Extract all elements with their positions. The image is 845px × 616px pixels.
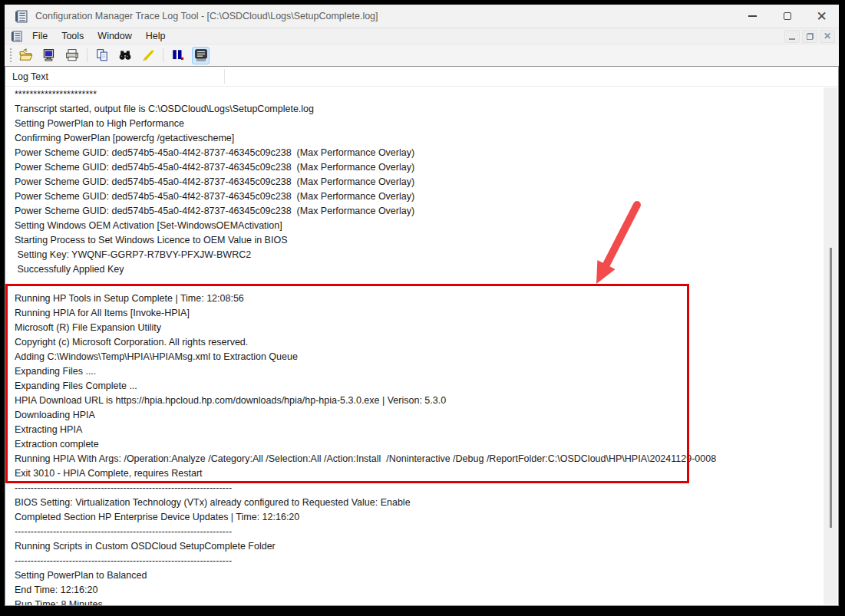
open-log-icon [19, 48, 33, 62]
title-bar: Configuration Manager Trace Log Tool - [… [5, 5, 839, 28]
scrollbar-thumb[interactable] [830, 248, 832, 528]
log-line[interactable]: ----------------------------------------… [5, 525, 824, 539]
open-remote-icon [42, 48, 56, 62]
log-column-header[interactable]: Log Text [5, 67, 838, 87]
window-title: Configuration Manager Trace Log Tool - [… [35, 11, 735, 21]
mdi-window-controls: ✕ [784, 30, 835, 43]
menu-file[interactable]: File [32, 31, 48, 41]
log-line[interactable]: Transcript started, output file is C:\OS… [5, 102, 824, 117]
log-line[interactable]: Confirming PowerPlan [powercfg /getactiv… [5, 131, 824, 146]
log-line[interactable]: Running HPIA With Args: /Operation:Analy… [5, 452, 824, 466]
close-button[interactable]: ✕ [804, 5, 839, 28]
log-line[interactable]: HPIA Download URL is https://hpia.hpclou… [5, 394, 824, 408]
print-button[interactable] [63, 47, 81, 64]
menu-tools[interactable]: Tools [61, 31, 84, 41]
cmtrace-app-icon [15, 10, 28, 23]
menu-help[interactable]: Help [146, 31, 166, 41]
copy-icon [95, 48, 109, 62]
toolbar-separator [163, 48, 163, 62]
log-view: Log Text **********************Transcrip… [5, 66, 839, 606]
toolbar-separator [87, 48, 87, 62]
log-line[interactable]: Setting Key: YWQNF-GGRP7-R7BVY-PFXJW-BWR… [5, 248, 824, 262]
mdi-close-icon: ✕ [824, 31, 831, 41]
highlight-icon [141, 48, 155, 62]
pause-icon [171, 48, 185, 62]
log-line[interactable]: ********************** [5, 87, 824, 102]
log-line[interactable]: Power Scheme GUID: ded574b5-45a0-4f42-87… [5, 189, 824, 204]
minimize-icon [748, 15, 757, 17]
message-view-icon [194, 48, 208, 62]
menu-bar: File Tools Window Help ✕ [5, 28, 839, 44]
copy-button[interactable] [93, 47, 111, 64]
log-line[interactable]: Setting Windows OEM Activation [Set-Wind… [5, 219, 824, 233]
log-line[interactable]: Adding C:\Windows\Temp\HPIA\HPIAMsg.xml … [5, 350, 824, 364]
maximize-icon [784, 12, 791, 20]
log-lines: **********************Transcript started… [5, 87, 824, 605]
window-controls: ✕ [735, 5, 839, 28]
log-line[interactable]: Power Scheme GUID: ded574b5-45a0-4f42-87… [5, 146, 824, 160]
menu-items: File Tools Window Help [32, 31, 784, 41]
message-view-button[interactable] [192, 47, 210, 64]
menu-window[interactable]: Window [97, 31, 131, 41]
log-line[interactable]: Running HP Tools in Setup Complete | Tim… [5, 292, 824, 306]
log-line[interactable]: Running HPIA for All Items [Invoke-HPIA] [5, 306, 824, 321]
highlight-button[interactable] [139, 47, 157, 64]
open-remote-button[interactable] [40, 47, 58, 64]
log-line[interactable]: Setting PowerPlan to Balanced [5, 568, 824, 583]
log-line[interactable]: Power Scheme GUID: ded574b5-45a0-4f42-87… [5, 175, 824, 189]
log-line[interactable]: Run Time: 8 Minutes [5, 598, 824, 605]
log-line[interactable]: ----------------------------------------… [5, 481, 824, 496]
log-line[interactable]: Setting PowerPlan to High Performance [5, 117, 824, 131]
find-icon [118, 48, 132, 62]
log-line[interactable]: Exit 3010 - HPIA Complete, requires Rest… [5, 466, 824, 481]
log-line[interactable]: ----------------------------------------… [5, 277, 824, 292]
log-document-icon [11, 31, 22, 42]
log-line[interactable]: Power Scheme GUID: ded574b5-45a0-4f42-87… [5, 160, 824, 175]
minimize-button[interactable] [735, 5, 770, 28]
pause-button[interactable] [169, 47, 186, 64]
log-line[interactable]: ----------------------------------------… [5, 554, 824, 568]
toolbar [5, 44, 839, 66]
mdi-minimize-button[interactable] [784, 30, 800, 43]
log-line[interactable]: Expanding Files Complete ... [5, 379, 824, 394]
log-line[interactable]: Running Scripts in Custom OSDCloud Setup… [5, 539, 824, 554]
vertical-scrollbar[interactable] [824, 87, 837, 604]
find-button[interactable] [116, 47, 134, 64]
mdi-close-button[interactable]: ✕ [820, 30, 835, 43]
log-line[interactable]: BIOS Setting: Virtualization Technology … [5, 496, 824, 510]
log-line[interactable]: Power Scheme GUID: ded574b5-45a0-4f42-87… [5, 204, 824, 219]
log-line[interactable]: Starting Process to Set Windows Licence … [5, 233, 824, 248]
mdi-minimize-icon [789, 38, 795, 40]
log-line[interactable]: Downloading HPIA [5, 408, 824, 423]
column-divider[interactable] [224, 69, 225, 84]
log-line[interactable]: Expanding Files .... [5, 364, 824, 379]
print-icon [65, 48, 79, 62]
maximize-button[interactable] [770, 5, 804, 28]
log-column-header-label: Log Text [12, 71, 48, 82]
log-line[interactable]: Copyright (c) Microsoft Corporation. All… [5, 335, 824, 350]
close-icon: ✕ [816, 10, 827, 23]
cmtrace-window: Configuration Manager Trace Log Tool - [… [5, 5, 839, 606]
toolbar-gripper[interactable] [10, 48, 12, 62]
log-line[interactable]: Microsoft (R) File Expansion Utility [5, 321, 824, 335]
log-line[interactable]: Completed Section HP Enterprise Device U… [5, 510, 824, 525]
log-line[interactable]: Successfully Applied Key [5, 262, 824, 277]
mdi-restore-button[interactable] [802, 30, 817, 43]
open-log-button[interactable] [17, 47, 35, 64]
log-line[interactable]: Extracting HPIA [5, 423, 824, 437]
mdi-restore-icon [807, 33, 814, 40]
log-line[interactable]: Extraction complete [5, 437, 824, 452]
log-line[interactable]: End Time: 12:16:20 [5, 583, 824, 598]
